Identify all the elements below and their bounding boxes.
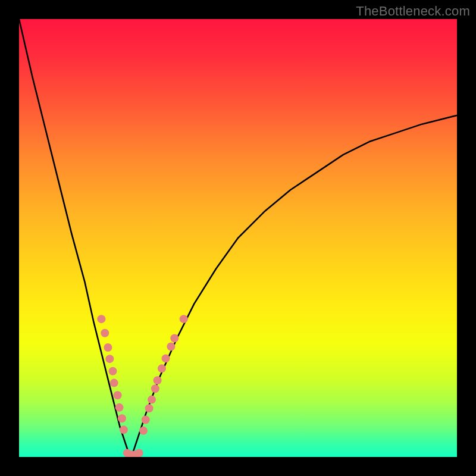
marker-dot: [120, 425, 128, 434]
marker-dot: [115, 403, 124, 412]
marker-dot: [104, 343, 112, 352]
marker-dot: [109, 367, 117, 375]
marker-dot: [101, 329, 109, 337]
marker-dot: [158, 364, 166, 372]
marker-dot: [139, 427, 148, 435]
marker-dot: [135, 449, 143, 457]
marker-dot: [170, 334, 178, 343]
marker-dot: [97, 315, 105, 323]
marker-dot: [114, 391, 122, 399]
marker-dot: [151, 384, 159, 393]
watermark-text: TheBottleneck.com: [356, 4, 470, 19]
marker-dot: [145, 404, 154, 412]
curve-layer: [19, 19, 457, 457]
chart-frame: TheBottleneck.com: [0, 0, 476, 476]
marker-dot: [148, 396, 156, 404]
marker-dot: [105, 355, 114, 363]
marker-dot: [154, 376, 162, 384]
chart-svg: [19, 19, 457, 457]
plot-area: [19, 19, 457, 457]
marker-dot: [110, 379, 118, 387]
marker-layer: [97, 315, 187, 457]
marker-dot: [167, 343, 175, 351]
marker-dot: [162, 354, 170, 362]
marker-dot: [142, 415, 150, 424]
series-bottleneck-curve: [19, 19, 457, 457]
marker-dot: [180, 315, 188, 323]
marker-dot: [118, 414, 126, 422]
